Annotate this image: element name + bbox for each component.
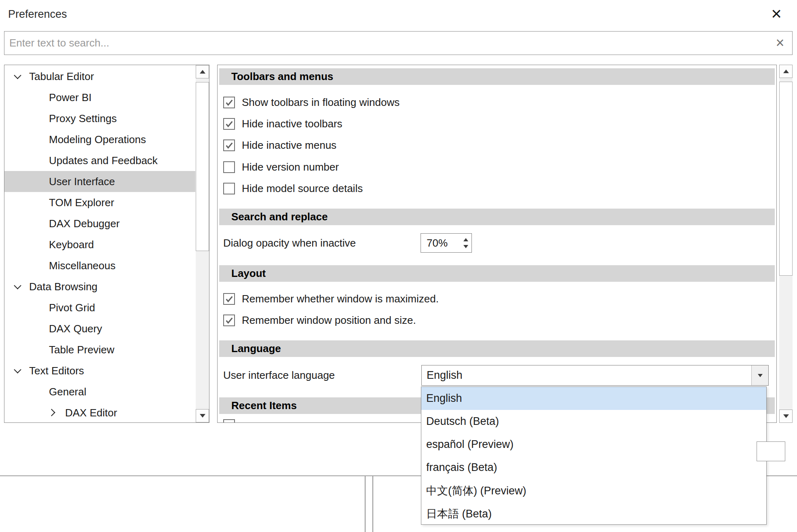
combobox-dropdown-button[interactable] [751, 365, 768, 385]
tree-item-keyboard[interactable]: Keyboard [4, 234, 195, 255]
chevron-right-icon[interactable] [48, 409, 55, 416]
tree-item-label: Proxy Settings [49, 112, 117, 125]
tree-item-text-editors[interactable]: Text Editors [4, 360, 195, 381]
spinner-value[interactable]: 70% [421, 234, 460, 252]
settings-scrollbar[interactable] [779, 65, 793, 423]
chevron-down-icon[interactable] [14, 282, 21, 289]
checkbox-remember-position-size[interactable] [223, 315, 235, 326]
tree-item-label: DAX Query [49, 323, 102, 335]
tree-item-label: DAX Debugger [49, 217, 120, 230]
tree-item-label: Tabular Editor [29, 70, 94, 83]
section-header-language: Language [219, 340, 775, 357]
triangle-up-icon [783, 70, 789, 73]
tree-item-power-bi[interactable]: Power BI [4, 87, 195, 108]
tree-item-data-browsing[interactable]: Data Browsing [4, 276, 195, 297]
tree-item-dax-debugger[interactable]: DAX Debugger [4, 213, 195, 234]
tree-item-label: Table Preview [49, 344, 114, 356]
triangle-up-icon [200, 70, 205, 74]
tree-item-label: TOM Explorer [49, 196, 114, 209]
chevron-down-icon[interactable] [14, 366, 21, 373]
scroll-down-button[interactable] [779, 410, 793, 423]
dropdown-option-espanol[interactable]: español (Preview) [421, 433, 766, 456]
tree-item-miscellaneous[interactable]: Miscellaneous [4, 255, 195, 276]
scroll-up-button[interactable] [196, 65, 209, 78]
checkbox-label: Remember window position and size. [242, 314, 416, 327]
checkbox-row: Hide model source details [223, 178, 363, 199]
section-title: Search and replace [231, 211, 328, 223]
checkbox-row: Remember window position and size. [223, 310, 416, 331]
opacity-spinner[interactable]: 70% [421, 233, 472, 253]
triangle-down-icon [783, 414, 789, 418]
title-bar: Preferences × [0, 0, 797, 29]
tree-item-label: Data Browsing [29, 281, 97, 293]
checkbox-label: Show toolbars in floating windows [242, 96, 400, 109]
checkbox-label: Remember whether window is maximized. [242, 293, 439, 305]
checkbox-label: Hide inactive toolbars [242, 118, 342, 130]
checkbox-hide-inactive-menus[interactable] [223, 139, 235, 151]
checkbox-row: Hide inactive toolbars [223, 113, 342, 135]
scroll-up-button[interactable] [779, 65, 793, 78]
tree-scrollbar[interactable] [196, 65, 209, 422]
checkbox-hide-model-source-details[interactable] [223, 183, 235, 194]
spinner-up-icon[interactable] [463, 238, 468, 241]
tree-item-label: Keyboard [49, 239, 94, 251]
tree-item-pivot-grid[interactable]: Pivot Grid [4, 297, 195, 318]
scrollbar-thumb[interactable] [196, 82, 209, 251]
checkbox-label: Hide inactive menus [242, 139, 336, 152]
search-clear-icon[interactable]: × [771, 34, 789, 52]
checkbox-label: Hide version number [242, 161, 339, 173]
section-title: Toolbars and menus [231, 70, 333, 83]
section-header-toolbars: Toolbars and menus [219, 68, 775, 85]
checkbox-label: Hide model source details [242, 182, 363, 195]
checkbox-hide-inactive-toolbars[interactable] [223, 118, 235, 130]
tree-item-proxy-settings[interactable]: Proxy Settings [4, 108, 195, 129]
combobox-value: English [422, 365, 751, 385]
settings-tree-panel: Tabular Editor Power BI Proxy Settings M… [4, 65, 209, 423]
button-fragment[interactable] [757, 441, 785, 461]
tree-item-general[interactable]: General [4, 381, 195, 402]
dropdown-option-english[interactable]: English [421, 387, 766, 410]
field-row: Dialog opacity when inactive [223, 233, 356, 253]
chevron-down-icon[interactable] [14, 72, 21, 79]
tree-item-label: Miscellaneous [49, 260, 116, 272]
checkmark-icon [225, 295, 234, 304]
checkbox-partial[interactable] [223, 419, 235, 423]
scrollbar-thumb[interactable] [779, 82, 793, 276]
settings-tree: Tabular Editor Power BI Proxy Settings M… [4, 66, 195, 423]
dropdown-option-chinese[interactable]: 中文(简体) (Preview) [421, 479, 766, 502]
tree-item-label: Pivot Grid [49, 302, 95, 314]
spinner-down-icon[interactable] [463, 245, 468, 248]
checkbox-row: Hide version number [223, 156, 339, 178]
settings-content-panel: Toolbars and menus Show toolbars in floa… [217, 65, 777, 423]
close-icon[interactable]: × [766, 3, 786, 24]
checkmark-icon [225, 98, 234, 107]
section-title: Layout [231, 267, 266, 280]
language-combobox[interactable]: English [421, 365, 769, 386]
dropdown-option-francais[interactable]: français (Beta) [421, 456, 766, 479]
checkbox-remember-maximized[interactable] [223, 293, 235, 305]
checkbox-hide-version-number[interactable] [223, 161, 235, 173]
section-title: Recent Items [231, 399, 297, 412]
tree-item-updates-and-feedback[interactable]: Updates and Feedback [4, 150, 195, 171]
tree-item-user-interface[interactable]: User Interface [4, 171, 195, 192]
scroll-down-button[interactable] [196, 409, 209, 422]
tree-item-tabular-editor[interactable]: Tabular Editor [4, 66, 195, 87]
tree-item-dax-query[interactable]: DAX Query [4, 318, 195, 339]
tree-item-dax-editor[interactable]: DAX Editor [4, 402, 195, 423]
dropdown-option-japanese[interactable]: 日本語 (Beta) [421, 502, 766, 525]
tree-item-label: Modeling Operations [49, 133, 146, 146]
checkbox-row: Show toolbars in floating windows [223, 92, 400, 113]
tree-item-label: Power BI [49, 91, 92, 104]
search-input[interactable] [4, 31, 793, 55]
checkmark-icon [225, 316, 234, 325]
tree-item-label: General [49, 386, 87, 398]
section-title: Language [231, 342, 281, 355]
checkbox-show-toolbars-floating[interactable] [223, 97, 235, 108]
tree-item-modeling-operations[interactable]: Modeling Operations [4, 129, 195, 150]
tree-item-tom-explorer[interactable]: TOM Explorer [4, 192, 195, 213]
tree-item-table-preview[interactable]: Table Preview [4, 339, 195, 360]
dropdown-option-deutsch[interactable]: Deutsch (Beta) [421, 410, 766, 433]
preferences-dialog: Preferences × × Tabular Editor Power BI … [0, 0, 797, 532]
field-label: User interface language [223, 369, 335, 382]
tree-item-label: Text Editors [29, 365, 84, 377]
